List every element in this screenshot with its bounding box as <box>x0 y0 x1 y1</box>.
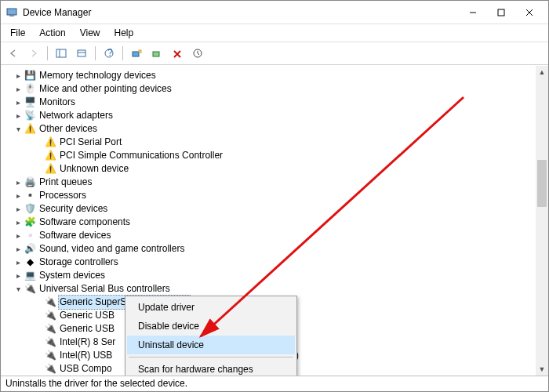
svg-rect-13 <box>139 50 141 53</box>
menubar: File Action View Help <box>1 24 548 42</box>
tree-node-system[interactable]: ▸💻System devices <box>4 269 545 282</box>
chevron-right-icon[interactable]: ▸ <box>13 96 23 109</box>
tree-node-pci-serial[interactable]: ⚠️PCI Serial Port <box>4 136 545 149</box>
scroll-up-button[interactable]: ▲ <box>536 66 548 78</box>
statusbar: Uninstalls the driver for the selected d… <box>1 376 548 391</box>
tree-node-monitors[interactable]: ▸🖥️Monitors <box>4 96 545 109</box>
ctx-scan-hardware[interactable]: Scan for hardware changes <box>127 360 295 376</box>
mouse-icon: 🖱️ <box>24 83 36 96</box>
minimize-button[interactable] <box>459 3 487 22</box>
context-menu: Update driver Disable device Uninstall d… <box>125 296 297 376</box>
tree-node-pci-comm[interactable]: ⚠️PCI Simple Communications Controller <box>4 149 545 162</box>
chevron-right-icon[interactable]: ▸ <box>13 202 23 216</box>
chevron-right-icon[interactable]: ▸ <box>13 256 23 269</box>
tree-node-soft-devices[interactable]: ▸▫️Software devices <box>4 229 545 242</box>
toolbar: ? <box>1 42 548 65</box>
scroll-down-button[interactable]: ▼ <box>536 363 548 376</box>
forward-button[interactable] <box>24 45 43 62</box>
sound-icon: 🔊 <box>24 243 36 256</box>
tree-node-print[interactable]: ▸🖨️Print queues <box>4 176 545 189</box>
svg-rect-3 <box>498 9 504 16</box>
tree-node-processors[interactable]: ▸▪️Processors <box>4 189 545 202</box>
usb-icon: 🔌 <box>44 323 56 336</box>
chevron-right-icon[interactable]: ▸ <box>13 229 23 242</box>
svg-rect-8 <box>78 50 85 56</box>
tree-node-other[interactable]: ▾⚠️Other devices <box>4 122 545 136</box>
uninstall-device-button[interactable] <box>168 45 187 62</box>
update-driver-button[interactable] <box>188 45 207 62</box>
chevron-right-icon[interactable]: ▸ <box>13 109 23 122</box>
chevron-down-icon[interactable]: ▾ <box>13 282 23 296</box>
usb-icon: 🔌 <box>44 296 56 309</box>
warning-icon: ⚠️ <box>44 136 56 149</box>
enable-device-button[interactable] <box>147 45 166 62</box>
toolbar-separator <box>122 46 123 60</box>
scan-hardware-button[interactable] <box>127 45 146 62</box>
properties-button[interactable] <box>72 45 91 62</box>
device-icon: 💾 <box>24 70 36 82</box>
ctx-uninstall-device[interactable]: Uninstall device <box>127 336 295 354</box>
tree-node-security[interactable]: ▸🛡️Security devices <box>4 202 545 216</box>
toolbar-separator <box>47 46 48 60</box>
svg-rect-1 <box>9 15 14 16</box>
svg-rect-0 <box>7 9 16 15</box>
window-title: Device Manager <box>23 7 459 18</box>
tree-node-usb[interactable]: ▾🔌Universal Serial Bus controllers <box>4 282 545 296</box>
usb-icon: 🔌 <box>44 350 56 362</box>
chevron-right-icon[interactable]: ▸ <box>13 189 23 202</box>
cpu-icon: ▪️ <box>24 190 36 202</box>
other-icon: ⚠️ <box>24 123 36 136</box>
menu-view[interactable]: View <box>74 26 107 40</box>
show-hide-tree-button[interactable] <box>52 45 71 62</box>
chevron-down-icon[interactable]: ▾ <box>13 122 23 136</box>
svg-text:?: ? <box>107 49 113 58</box>
chevron-right-icon[interactable]: ▸ <box>13 242 23 256</box>
shield-icon: 🛡️ <box>24 203 36 216</box>
app-icon <box>5 6 18 19</box>
back-button[interactable] <box>4 45 23 62</box>
chevron-right-icon[interactable]: ▸ <box>13 69 23 82</box>
svg-rect-12 <box>133 52 139 56</box>
vertical-scrollbar[interactable]: ▲ ▼ <box>536 66 548 376</box>
chevron-right-icon[interactable]: ▸ <box>13 176 23 189</box>
usb-icon: 🔌 <box>44 336 56 349</box>
tree-node-unknown[interactable]: ⚠️Unknown device <box>4 162 545 176</box>
menu-help[interactable]: Help <box>108 26 140 40</box>
warning-icon: ⚠️ <box>44 150 56 162</box>
storage-icon: ◆ <box>24 256 36 269</box>
close-button[interactable] <box>515 3 544 22</box>
monitor-icon: 🖥️ <box>24 96 36 109</box>
usb-icon: 🔌 <box>24 283 36 296</box>
usb-icon: 🔌 <box>44 310 56 322</box>
component-icon: 🧩 <box>24 216 36 229</box>
toolbar-separator <box>95 46 96 60</box>
tree-node-network[interactable]: ▸📡Network adapters <box>4 109 545 122</box>
help-button[interactable]: ? <box>100 45 118 62</box>
tree-node-soft-components[interactable]: ▸🧩Software components <box>4 216 545 229</box>
status-text: Uninstalls the driver for the selected d… <box>5 378 187 389</box>
ctx-update-driver[interactable]: Update driver <box>127 298 295 317</box>
system-icon: 💻 <box>24 270 36 282</box>
usb-icon: 🔌 <box>44 363 56 376</box>
content-pane: ▸💾Memory technology devices ▸🖱️Mice and … <box>1 65 548 376</box>
svg-rect-14 <box>153 52 159 56</box>
chevron-right-icon[interactable]: ▸ <box>13 269 23 282</box>
ctx-separator <box>129 357 293 358</box>
tree-node-sound[interactable]: ▸🔊Sound, video and game controllers <box>4 242 545 256</box>
maximize-button[interactable] <box>487 3 515 22</box>
scroll-thumb[interactable] <box>537 160 547 207</box>
window-controls <box>459 3 544 22</box>
network-icon: 📡 <box>24 110 36 122</box>
svg-rect-6 <box>56 49 66 57</box>
menu-file[interactable]: File <box>4 26 31 40</box>
chevron-right-icon[interactable]: ▸ <box>13 216 23 229</box>
tree-node-memory-tech[interactable]: ▸💾Memory technology devices <box>4 69 545 82</box>
printer-icon: 🖨️ <box>24 176 36 189</box>
menu-action[interactable]: Action <box>33 26 71 40</box>
device-manager-window: Device Manager File Action View Help ? ▸… <box>0 0 549 392</box>
ctx-disable-device[interactable]: Disable device <box>127 317 295 336</box>
tree-node-mice[interactable]: ▸🖱️Mice and other pointing devices <box>4 82 545 96</box>
chevron-right-icon[interactable]: ▸ <box>13 82 23 96</box>
tree-node-storage[interactable]: ▸◆Storage controllers <box>4 256 545 269</box>
titlebar: Device Manager <box>1 1 548 24</box>
